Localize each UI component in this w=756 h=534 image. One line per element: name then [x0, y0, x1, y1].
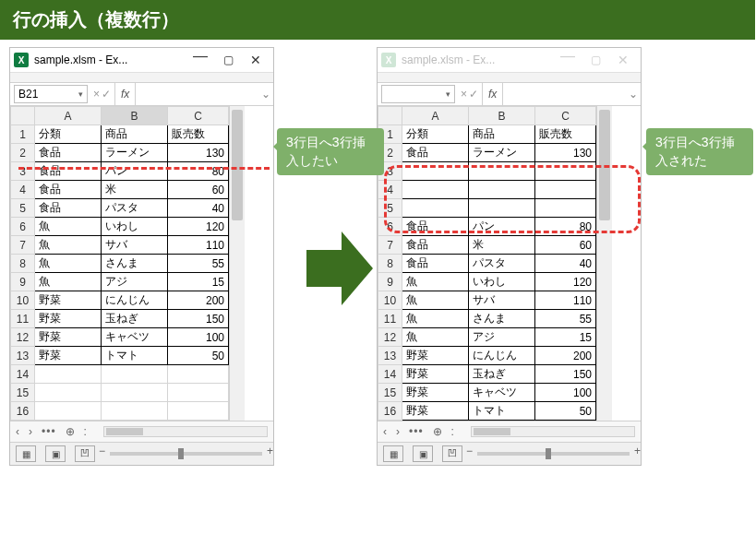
cell[interactable]: 分類	[402, 125, 469, 144]
row-header[interactable]: 10	[378, 291, 402, 310]
cell[interactable]	[402, 199, 469, 218]
row-header[interactable]: 7	[11, 236, 35, 255]
cell[interactable]	[168, 365, 229, 384]
row-header[interactable]: 13	[378, 347, 402, 365]
cell[interactable]: 食品	[35, 181, 102, 199]
cell[interactable]: 販売数	[168, 125, 229, 144]
cell[interactable]: 食品	[402, 144, 469, 162]
sheet-prev-icon[interactable]: ‹	[16, 425, 19, 438]
formula-confirm-icon[interactable]: ✓	[102, 88, 111, 101]
cell[interactable]: キャベツ	[102, 328, 168, 347]
col-header-b[interactable]: B	[102, 107, 168, 125]
row-header[interactable]: 12	[11, 328, 35, 347]
row-header[interactable]: 15	[11, 384, 35, 402]
fx-label[interactable]: fx	[483, 83, 502, 105]
row-header[interactable]: 6	[11, 218, 35, 236]
cell[interactable]: サバ	[102, 236, 168, 255]
cell[interactable]: 分類	[35, 125, 102, 144]
cell[interactable]: 50	[168, 347, 229, 365]
cell[interactable]: パン	[469, 218, 535, 236]
cell[interactable]	[402, 162, 469, 181]
sheet-tabs-overflow-icon[interactable]: •••	[409, 425, 424, 438]
formula-expand-icon[interactable]: ⌄	[626, 83, 641, 105]
cell[interactable]: 魚	[35, 273, 102, 291]
cell[interactable]	[469, 162, 535, 181]
cell[interactable]: 米	[102, 181, 168, 199]
sheet-next-icon[interactable]: ›	[29, 425, 32, 438]
row-header[interactable]: 16	[378, 402, 402, 421]
select-all-corner[interactable]	[11, 107, 35, 125]
cell[interactable]: 玉ねぎ	[102, 310, 168, 328]
cell[interactable]: 80	[168, 162, 229, 181]
cell[interactable]: 110	[535, 291, 596, 310]
cell[interactable]: 150	[535, 365, 596, 384]
maximize-button[interactable]: ▢	[214, 51, 242, 69]
formula-bar-input[interactable]	[135, 83, 258, 105]
cell[interactable]: 130	[168, 144, 229, 162]
cell[interactable]: 40	[168, 199, 229, 218]
row-header[interactable]: 12	[378, 328, 402, 347]
cell[interactable]: アジ	[102, 273, 168, 291]
row-header[interactable]: 11	[11, 310, 35, 328]
cell[interactable]: 130	[535, 144, 596, 162]
cell[interactable]	[402, 181, 469, 199]
cell[interactable]: にんじん	[469, 347, 535, 365]
cell[interactable]: パスタ	[469, 255, 535, 273]
horizontal-scrollbar[interactable]	[471, 426, 635, 437]
cell[interactable]	[102, 402, 168, 421]
row-header[interactable]: 4	[11, 181, 35, 199]
cell[interactable]: にんじん	[102, 291, 168, 310]
view-pagelayout-icon[interactable]: ▣	[45, 445, 66, 462]
cell[interactable]	[102, 384, 168, 402]
cell[interactable]: 販売数	[535, 125, 596, 144]
cell[interactable]: 野菜	[402, 384, 469, 402]
cell[interactable]: 200	[168, 291, 229, 310]
cell[interactable]: 魚	[402, 291, 469, 310]
cell[interactable]: 魚	[35, 255, 102, 273]
cell[interactable]	[469, 199, 535, 218]
sheet-tabs-overflow-icon[interactable]: •••	[42, 425, 56, 438]
row-header[interactable]: 15	[378, 384, 402, 402]
cell[interactable]: 食品	[402, 236, 469, 255]
select-all-corner[interactable]	[378, 107, 402, 125]
cell[interactable]	[168, 384, 229, 402]
row-header[interactable]: 5	[11, 199, 35, 218]
row-header[interactable]: 14	[11, 365, 35, 384]
cell[interactable]: 110	[168, 236, 229, 255]
cell[interactable]: 野菜	[35, 310, 102, 328]
cell[interactable]	[535, 162, 596, 181]
cell[interactable]: さんま	[102, 255, 168, 273]
cell[interactable]: パン	[102, 162, 168, 181]
cell[interactable]: トマト	[102, 347, 168, 365]
spreadsheet-grid-right[interactable]: A B C 1分類商品販売数2食品ラーメン1303456食品パン807食品米60…	[378, 106, 596, 421]
name-box[interactable]: ▾	[381, 85, 455, 103]
cell[interactable]: 野菜	[35, 328, 102, 347]
row-header[interactable]: 4	[378, 181, 402, 199]
cell[interactable]	[168, 402, 229, 421]
cell[interactable]: ラーメン	[469, 144, 535, 162]
cell[interactable]	[102, 365, 168, 384]
minimize-button[interactable]: —	[554, 47, 582, 65]
name-box[interactable]: B21 ▾	[14, 85, 88, 103]
cell[interactable]: パスタ	[102, 199, 168, 218]
row-header[interactable]: 1	[11, 125, 35, 144]
row-header[interactable]: 8	[378, 255, 402, 273]
cell[interactable]: いわし	[102, 218, 168, 236]
row-header[interactable]: 7	[378, 236, 402, 255]
formula-cancel-icon[interactable]: ×	[93, 88, 100, 101]
row-header[interactable]: 8	[11, 255, 35, 273]
sheet-add-icon[interactable]: ⊕	[66, 425, 75, 438]
cell[interactable]: 野菜	[402, 402, 469, 421]
sheet-next-icon[interactable]: ›	[396, 425, 400, 438]
cell[interactable]: 55	[168, 255, 229, 273]
cell[interactable]: 商品	[102, 125, 168, 144]
formula-expand-icon[interactable]: ⌄	[258, 83, 273, 105]
row-header[interactable]: 2	[11, 144, 35, 162]
cell[interactable]	[469, 181, 535, 199]
cell[interactable]	[535, 181, 596, 199]
cell[interactable]: 商品	[469, 125, 535, 144]
cell[interactable]: 食品	[35, 199, 102, 218]
row-header[interactable]: 6	[378, 218, 402, 236]
sheet-add-icon[interactable]: ⊕	[433, 425, 442, 438]
cell[interactable]: 60	[168, 181, 229, 199]
